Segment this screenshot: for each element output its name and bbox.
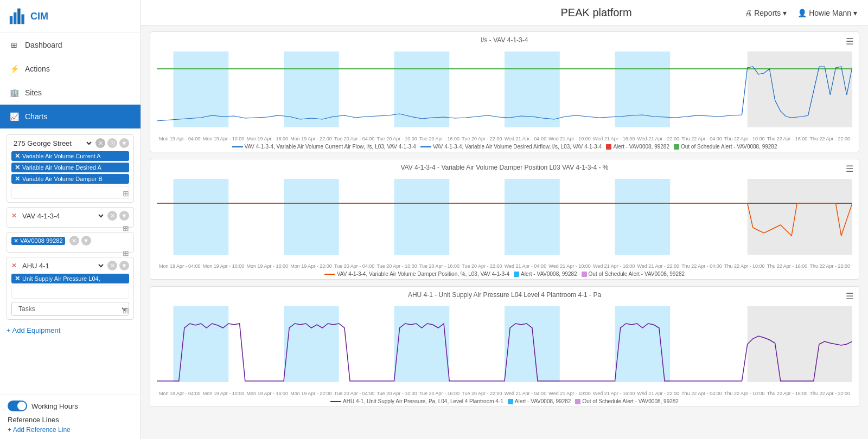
equipment-select-2[interactable]: VAV 4-1-3-4 xyxy=(20,211,105,221)
remove-equipment-1[interactable]: ✕ xyxy=(95,138,105,148)
svg-rect-5 xyxy=(284,51,339,127)
remove-equipment-2[interactable]: ✕ xyxy=(107,211,117,221)
legend-text: Out of Schedule Alert - VAV0008, 99282 xyxy=(589,271,685,277)
chart-menu-3[interactable]: ☰ xyxy=(846,291,853,301)
legend-color xyxy=(508,399,513,404)
tag-remove[interactable]: ✕ xyxy=(15,152,20,160)
svg-rect-9 xyxy=(748,51,852,127)
close-badge-4: ✕ xyxy=(11,262,17,269)
legend-text: Out of Schedule Alert - VAV0008, 99282 xyxy=(681,144,777,150)
nav-item-charts[interactable]: 📈 Charts xyxy=(0,105,141,128)
legend-text: AHU 4-1, Unit Supply Air Pressure, Pa, L… xyxy=(343,398,503,404)
chart-svg-2 xyxy=(157,173,852,266)
user-chevron: ▾ xyxy=(853,9,857,17)
remove-equipment-4[interactable]: ✕ xyxy=(107,261,117,270)
grid-icon-3[interactable]: ⊞ xyxy=(123,249,129,257)
nav-item-dashboard[interactable]: ⊞ Dashboard xyxy=(0,33,141,57)
equipment-block-2: ✕ VAV 4-1-3-4 ✕ ▼ ⊞ xyxy=(7,207,134,228)
nav-label-sites: Sites xyxy=(25,88,42,97)
tag-remove[interactable]: ✕ xyxy=(15,175,20,183)
add-equipment-button[interactable]: + Add Equipment xyxy=(7,324,134,337)
tag-input-4[interactable] xyxy=(11,286,129,299)
tag-label: Variable Air Volume Desired A xyxy=(22,164,101,171)
working-hours-toggle[interactable] xyxy=(8,401,27,411)
chart-title-1: l/s - VAV 4-1-3-4 xyxy=(157,36,852,44)
tag-list-4: ✕ Unit Supply Air Pressure L04, xyxy=(11,274,129,283)
chart-menu-2[interactable]: ☰ xyxy=(846,164,853,174)
legend-item: Out of Schedule Alert - VAV0008, 99282 xyxy=(674,144,777,150)
nav-item-sites[interactable]: 🏢 Sites xyxy=(0,81,141,105)
legend-text: Alert - VAV0008, 99282 xyxy=(521,271,577,277)
chart-menu-1[interactable]: ☰ xyxy=(846,36,853,47)
grid-icon-4[interactable]: ⊞ xyxy=(123,306,129,315)
user-icon: 👤 xyxy=(797,9,807,17)
svg-rect-15 xyxy=(615,179,670,255)
topbar-right: 🖨 Reports ▾ 👤 Howie Mann ▾ xyxy=(744,9,857,17)
grid-icon-2[interactable]: ⊞ xyxy=(123,224,129,233)
svg-rect-0 xyxy=(10,16,12,24)
equipment-select-1[interactable]: 275 George Street xyxy=(11,139,93,148)
tag-item: ✕ Variable Air Volume Damper B xyxy=(11,174,129,184)
dropdown-equipment-2[interactable]: ▼ xyxy=(119,211,129,221)
legend-item: VAV 4-1-3-4, Variable Air Volume Damper … xyxy=(324,271,509,277)
legend-text: VAV 4-1-3-4, Variable Air Volume Desired… xyxy=(433,144,602,150)
chart-container-3: AHU 4-1 - Unit Supply Air Pressure L04 L… xyxy=(150,286,859,407)
logo-area: CIM xyxy=(0,0,141,33)
tag-label: Variable Air Volume Current A xyxy=(22,153,101,159)
legend-item: Alert - VAV0008, 99282 xyxy=(606,144,669,150)
equipment-select-4[interactable]: AHU 4-1 xyxy=(20,261,105,270)
nav-item-actions[interactable]: ⚡ Actions xyxy=(0,57,141,81)
svg-rect-13 xyxy=(394,179,450,255)
tag-label: Variable Air Volume Damper B xyxy=(22,176,103,182)
svg-rect-7 xyxy=(505,51,560,127)
legend-color xyxy=(575,399,580,404)
svg-rect-11 xyxy=(174,179,229,255)
actions-icon: ⚡ xyxy=(9,63,20,74)
grid-icon-1[interactable]: ⊞ xyxy=(123,189,129,198)
tag-remove[interactable]: ✕ xyxy=(15,164,20,171)
chart-container-2: VAV 4-1-3-4 - Variable Air Volume Damper… xyxy=(150,159,859,280)
tag-input-1[interactable] xyxy=(11,186,129,199)
reports-link[interactable]: 🖨 Reports ▾ xyxy=(744,9,787,17)
copy-equipment-1[interactable]: ⊡ xyxy=(107,138,117,148)
chart-legend-2: VAV 4-1-3-4, Variable Air Volume Damper … xyxy=(157,271,852,277)
add-reference-label: + Add Reference Line xyxy=(8,426,71,434)
equipment-header-1: 275 George Street ✕ ⊡ ▼ xyxy=(11,138,129,148)
add-equipment-label: + Add Equipment xyxy=(7,326,60,334)
user-menu[interactable]: 👤 Howie Mann ▾ xyxy=(797,9,857,17)
svg-rect-20 xyxy=(394,306,450,382)
dropdown-equipment-4[interactable]: ▼ xyxy=(119,261,129,270)
legend-item: Alert - VAV0008, 99282 xyxy=(514,271,577,277)
svg-rect-1 xyxy=(14,12,16,24)
sidebar-bottom: Working Hours Reference Lines + Add Refe… xyxy=(0,395,141,439)
nav-label-actions: Actions xyxy=(25,64,50,73)
tag-list-1: ✕ Variable Air Volume Current A ✕ Variab… xyxy=(11,151,129,184)
svg-rect-2 xyxy=(17,9,20,24)
legend-text: Out of Schedule Alert - VAV0008, 99282 xyxy=(582,398,679,404)
sidebar: CIM ⊞ Dashboard ⚡ Actions 🏢 Sites 📈 Char… xyxy=(0,0,141,439)
working-hours-row: Working Hours xyxy=(8,401,133,411)
remove-equipment-3[interactable]: ✕ xyxy=(69,236,79,246)
user-name: Howie Mann xyxy=(809,9,851,17)
chart-legend-1: VAV 4-1-3-4, Variable Air Volume Current… xyxy=(157,144,852,150)
charts-icon: 📈 xyxy=(9,111,20,122)
legend-color xyxy=(582,272,587,277)
legend-text: Alert - VAV0008, 99282 xyxy=(613,144,669,150)
legend-item: Out of Schedule Alert - VAV0008, 99282 xyxy=(575,398,679,404)
tag-item-4: ✕ Unit Supply Air Pressure L04, xyxy=(11,274,129,283)
legend-color xyxy=(324,274,335,275)
equipment-block-3: ✕ VAV0008 99282 ✕ ▼ ⊞ xyxy=(7,232,134,253)
legend-text: Alert - VAV0008, 99282 xyxy=(515,398,571,404)
add-reference-line-button[interactable]: + Add Reference Line xyxy=(8,426,133,434)
dropdown-equipment-3[interactable]: ▼ xyxy=(81,236,91,246)
chart-svg-3 xyxy=(157,301,852,393)
svg-rect-18 xyxy=(174,306,229,382)
tag-remove-4[interactable]: ✕ xyxy=(15,275,20,282)
legend-item: VAV 4-1-3-4, Variable Air Volume Current… xyxy=(232,144,416,150)
reports-label: Reports xyxy=(754,9,781,17)
legend-text: VAV 4-1-3-4, Variable Air Volume Damper … xyxy=(337,271,509,277)
dropdown-equipment-1[interactable]: ▼ xyxy=(119,138,129,148)
tasks-select-4[interactable]: Tasks xyxy=(11,302,129,316)
svg-rect-6 xyxy=(394,51,450,127)
logo-text: CIM xyxy=(30,11,48,22)
